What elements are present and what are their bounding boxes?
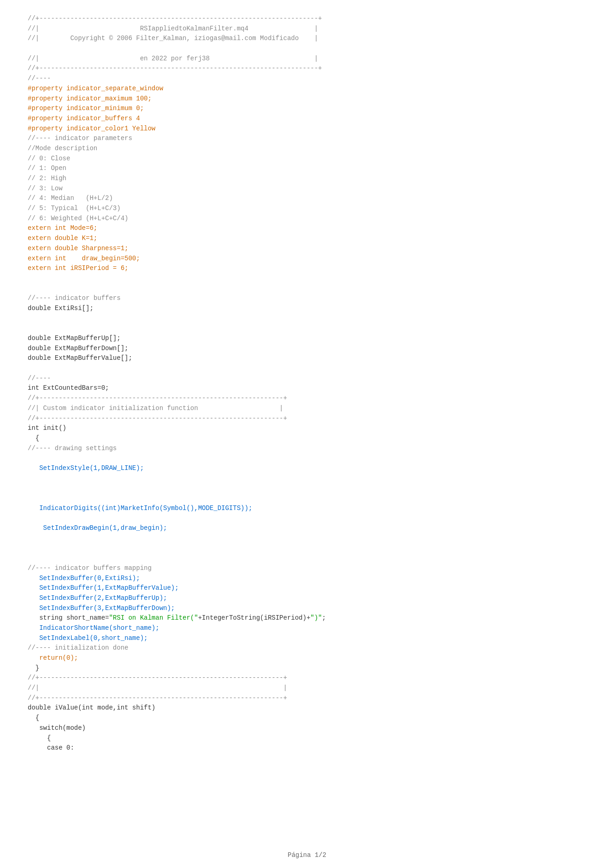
code-line: #property indicator_maximum 100; [28, 95, 152, 102]
code-line: //---- indicator buffers mapping [28, 564, 152, 572]
code-line: #property indicator_minimum 0; [28, 105, 144, 112]
code-line: switch(mode) [28, 724, 86, 732]
code-line: SetIndexDrawBegin(1,draw_begin); [28, 524, 167, 532]
code-line: } [28, 664, 39, 672]
page-footer: Página 1/2 [0, 842, 614, 868]
code-line: //| Copyright © 2006 Filter_Kalman, izio… [28, 35, 318, 42]
code-line: //| Custom indicator initialization func… [28, 405, 283, 412]
code-line: SetIndexBuffer(3,ExtMapBufferDown); [28, 604, 175, 612]
code-line: case 0: [28, 744, 74, 751]
page-container: //+-------------------------------------… [0, 0, 614, 842]
code-line: SetIndexBuffer(1,ExtMapBufferValue); [28, 584, 179, 592]
code-line: double ExtMapBufferDown[]; [28, 345, 128, 352]
code-line: //---- indicator buffers [28, 294, 121, 302]
code-line: // 5: Typical (H+L+C/3) [28, 205, 121, 212]
code-line: int ExtCountedBars=0; [28, 384, 109, 392]
code-line: //---- drawing settings [28, 445, 117, 452]
code-line: #property indicator_separate_window [28, 85, 163, 92]
code-line: double ExtMapBufferUp[]; [28, 334, 121, 342]
code-line: // 0: Close [28, 155, 70, 162]
code-line: double ExtMapBufferValue[]; [28, 354, 132, 362]
code-line: //+-------------------------------------… [28, 694, 287, 702]
code-line: #property indicator_buffers 4 [28, 115, 140, 122]
code-line: extern int iRSIPeriod = 6; [28, 264, 128, 272]
code-line: SetIndexLabel(0,short_name); [28, 634, 148, 642]
code-line: //+-------------------------------------… [28, 394, 287, 402]
code-line: double ExtiRsi[]; [28, 305, 94, 312]
code-line: // 4: Median (H+L/2) [28, 194, 113, 202]
code-line: //+-------------------------------------… [28, 674, 287, 681]
code-line: //| en 2022 por ferj38 | [28, 55, 318, 62]
code-line: //+-------------------------------------… [28, 65, 322, 72]
code-line: // 1: Open [28, 164, 66, 172]
code-line: int init() [28, 424, 66, 432]
code-block: //+-------------------------------------… [28, 14, 586, 753]
code-line: { [28, 714, 39, 721]
code-line: // 2: High [28, 175, 66, 182]
code-line: //---- initialization done [28, 644, 128, 651]
code-line: extern int draw_begin=500; [28, 255, 140, 262]
code-line: //---- indicator parameters [28, 135, 132, 142]
code-line: extern int Mode=6; [28, 224, 97, 232]
code-line: #property indicator_color1 Yellow [28, 125, 155, 132]
code-line: // 6: Weighted (H+L+C+C/4) [28, 215, 128, 222]
code-line: SetIndexStyle(1,DRAW_LINE); [28, 464, 144, 472]
code-line: //+-------------------------------------… [28, 415, 287, 422]
code-line: { [28, 734, 51, 742]
page-number: Página 1/2 [288, 851, 326, 859]
code-line: // 3: Low [28, 185, 63, 192]
code-line: //Mode description [28, 145, 97, 152]
code-line: //| | [28, 684, 287, 692]
code-line: SetIndexBuffer(2,ExtMapBufferUp); [28, 594, 167, 602]
code-line: { [28, 434, 39, 442]
code-line: //---- [28, 375, 51, 382]
code-line: return(0); [28, 654, 78, 662]
code-line: IndicatorDigits((int)MarketInfo(Symbol()… [28, 504, 252, 512]
code-line: //+-------------------------------------… [28, 15, 322, 22]
code-line: //---- [28, 75, 51, 82]
code-line: extern double Sharpness=1; [28, 245, 128, 252]
code-line: //| RSIappliedtoKalmanFilter.mq4 | [28, 25, 318, 32]
code-line: string short_name="RSI on Kalman Filter(… [28, 614, 326, 622]
code-line: IndicatorShortName(short_name); [28, 624, 159, 632]
code-line: SetIndexBuffer(0,ExtiRsi); [28, 575, 140, 582]
code-line: double iValue(int mode,int shift) [28, 704, 155, 711]
code-line: extern double K=1; [28, 235, 97, 242]
